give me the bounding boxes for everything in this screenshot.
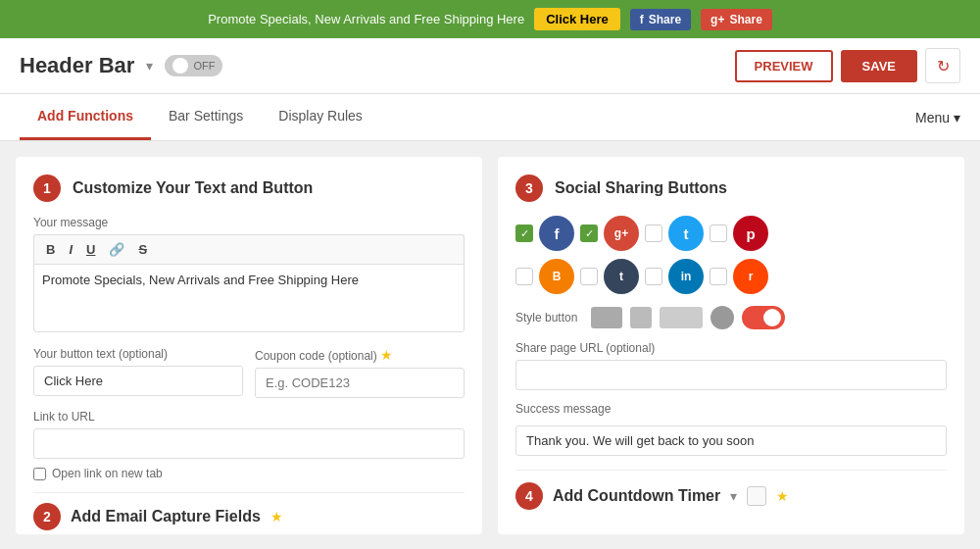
bold-button[interactable]: B [42, 241, 59, 258]
li-checkbox[interactable] [645, 268, 662, 285]
section3-header: 3 Social Sharing Buttons [515, 175, 947, 202]
section3-number: 3 [515, 175, 543, 202]
save-button[interactable]: SAVE [841, 50, 917, 82]
open-new-tab-label: Open link on new tab [52, 467, 163, 480]
open-new-tab-checkbox[interactable] [33, 468, 46, 480]
linkedin-icon[interactable]: in [668, 259, 704, 294]
bar-toggle[interactable]: OFF [165, 55, 222, 76]
fb-icon: f [640, 13, 644, 26]
tu-checkbox[interactable] [580, 268, 598, 285]
section4-star-icon: ★ [776, 488, 789, 504]
menu-button[interactable]: Menu ▾ [915, 110, 960, 125]
coupon-group: Coupon code (optional) ★ [255, 347, 465, 398]
underline-button[interactable]: U [82, 241, 99, 258]
coupon-label: Coupon code (optional) ★ [255, 347, 465, 363]
promo-bar: Promote Specials, New Arrivals and Free … [0, 0, 980, 38]
section4-header: 4 Add Countdown Timer ▾ ★ [515, 470, 947, 510]
click-here-button[interactable]: Click Here [534, 8, 620, 30]
link-url-input[interactable] [33, 428, 465, 459]
bl-checkbox[interactable] [515, 268, 533, 285]
style-label: Style button [515, 311, 577, 324]
open-new-tab-row: Open link on new tab [33, 467, 465, 480]
pi-checkbox[interactable] [710, 225, 727, 242]
header-actions: PREVIEW SAVE ↻ [735, 48, 960, 83]
link-label: Link to URL [33, 410, 465, 424]
tumblr-icon[interactable]: t [604, 259, 639, 294]
tab-display-rules[interactable]: Display Rules [261, 94, 380, 140]
section2-title: Add Email Capture Fields [71, 508, 261, 525]
button-text-group: Your button text (optional) [33, 347, 243, 398]
gp-checkbox[interactable]: ✓ [580, 225, 598, 242]
section1-number: 1 [33, 175, 61, 202]
share-url-label: Share page URL (optional) [515, 341, 947, 355]
success-msg-input[interactable] [515, 425, 947, 456]
left-panel: 1 Customize Your Text and Button Your me… [16, 157, 482, 534]
link-button[interactable]: 🔗 [105, 241, 128, 258]
section1-title: Customize Your Text and Button [73, 179, 313, 197]
style-toggle-knob [763, 309, 781, 326]
pinterest-icon[interactable]: p [733, 216, 768, 251]
share-google-button[interactable]: g+ Share [701, 9, 772, 30]
reddit-icon[interactable]: r [733, 259, 768, 294]
share-url-input[interactable] [515, 360, 947, 390]
button-text-label: Your button text (optional) [33, 347, 243, 361]
style-button-row: Style button [515, 306, 947, 329]
text-toolbar: B I U 🔗 S [33, 234, 465, 264]
section1-header: 1 Customize Your Text and Button [33, 175, 465, 202]
button-fields: Your button text (optional) Coupon code … [33, 347, 465, 398]
section4-number: 4 [515, 482, 543, 510]
page-title: Header Bar [20, 53, 134, 78]
social-row-1: ✓ f ✓ g+ t p [515, 216, 947, 251]
style-swatch-1[interactable] [591, 307, 622, 328]
refresh-icon: ↻ [937, 57, 950, 75]
toggle-knob [172, 58, 188, 74]
blogger-icon[interactable]: B [539, 259, 574, 294]
italic-button[interactable]: I [65, 241, 76, 258]
section2-number: 2 [33, 503, 61, 530]
main-content: 1 Customize Your Text and Button Your me… [0, 141, 980, 549]
refresh-button[interactable]: ↻ [925, 48, 960, 83]
fb-checkbox[interactable]: ✓ [515, 225, 533, 242]
button-text-input[interactable] [33, 366, 243, 396]
preview-button[interactable]: PREVIEW [735, 50, 833, 82]
section4-checkbox[interactable] [747, 486, 766, 506]
success-msg-label: Success message [515, 402, 947, 416]
section4-chevron-icon[interactable]: ▾ [730, 488, 737, 504]
message-label: Your message [33, 216, 465, 229]
header-row: Header Bar ▾ OFF PREVIEW SAVE ↻ [0, 38, 980, 94]
right-panel: 3 Social Sharing Buttons ✓ f ✓ g+ t p B … [498, 157, 964, 534]
tab-add-functions[interactable]: Add Functions [20, 94, 151, 140]
section2-star-icon: ★ [270, 509, 283, 524]
style-swatch-3[interactable] [660, 307, 703, 328]
coupon-star-icon: ★ [380, 347, 393, 363]
style-swatch-4[interactable] [710, 306, 734, 329]
style-swatch-2[interactable] [630, 307, 652, 328]
rd-checkbox[interactable] [710, 268, 727, 285]
section4-title: Add Countdown Timer [553, 487, 720, 505]
gplus-icon: g+ [710, 13, 724, 26]
tabs-row: Add Functions Bar Settings Display Rules… [0, 94, 980, 141]
section3-title: Social Sharing Buttons [555, 179, 727, 197]
facebook-icon[interactable]: f [539, 216, 574, 251]
twitter-icon[interactable]: t [668, 216, 704, 251]
tab-bar-settings[interactable]: Bar Settings [151, 94, 261, 140]
coupon-input[interactable] [255, 368, 465, 398]
title-dropdown-icon[interactable]: ▾ [146, 58, 153, 74]
share-facebook-button[interactable]: f Share [630, 9, 691, 30]
style-toggle[interactable] [742, 306, 785, 329]
menu-chevron-icon: ▾ [954, 110, 960, 125]
promo-text: Promote Specials, New Arrivals and Free … [208, 12, 524, 26]
strikethrough-button[interactable]: S [134, 241, 151, 258]
message-textarea[interactable]: Promote Specials, New Arrivals and Free … [33, 264, 465, 332]
tw-checkbox[interactable] [645, 225, 662, 242]
section2-teaser: 2 Add Email Capture Fields ★ [33, 492, 465, 530]
googleplus-icon[interactable]: g+ [604, 216, 639, 251]
link-url-group: Link to URL [33, 410, 465, 459]
social-row-2: B t in r [515, 259, 947, 294]
